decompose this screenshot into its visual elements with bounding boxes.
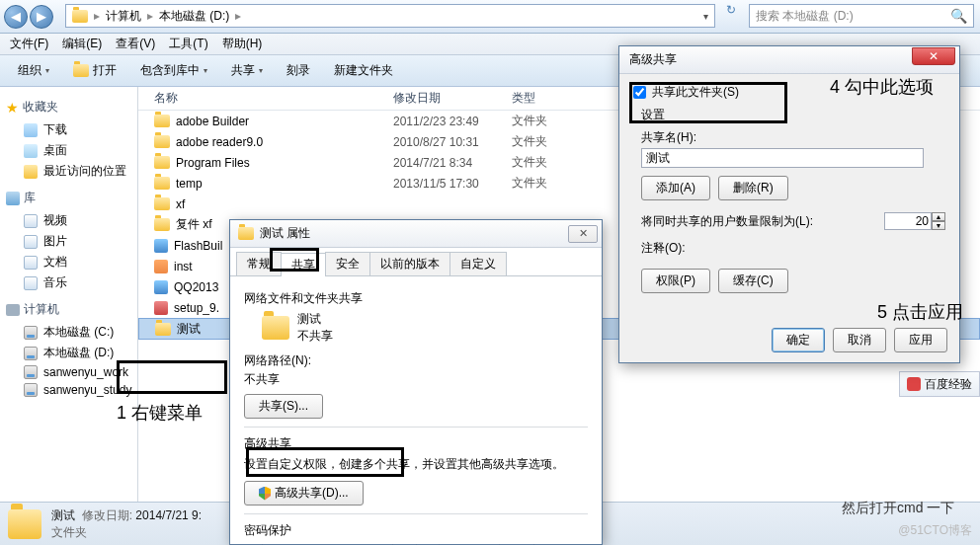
cancel-button[interactable]: 取消 (833, 328, 886, 352)
toolbar-burn[interactable]: 刻录 (277, 58, 320, 83)
app-icon (154, 260, 168, 273)
menu-file[interactable]: 文件(F) (4, 34, 54, 54)
folder-icon (72, 10, 88, 23)
forward-button[interactable]: ▶ (30, 5, 53, 29)
properties-close-button[interactable]: ✕ (568, 225, 598, 243)
baidu-jingyan-button[interactable]: 百度经验 (899, 371, 980, 397)
tab-general[interactable]: 常规 (236, 252, 282, 275)
ok-button[interactable]: 确定 (772, 328, 825, 352)
properties-title: 测试 属性 (260, 225, 310, 242)
col-date[interactable]: 修改日期 (393, 90, 512, 107)
folder-large-icon (262, 316, 289, 340)
refresh-button[interactable]: ↻ (721, 0, 741, 20)
label-share-name: 共享名(H): (641, 129, 945, 146)
properties-titlebar[interactable]: 测试 属性 ✕ (230, 220, 602, 248)
user-limit-input[interactable] (884, 212, 932, 230)
watermark: @51CTO博客 (898, 522, 972, 539)
sidebar-sanwenyu-study[interactable]: sanwenyu_study (6, 381, 137, 399)
folder-icon (154, 115, 170, 127)
search-icon[interactable]: 🔍 (950, 8, 967, 24)
address-field[interactable]: ▸ 计算机 ▸ 本地磁盘 (D:) ▸ ▾ (65, 4, 715, 28)
file-type: 文件夹 (512, 113, 591, 129)
toolbar-organize[interactable]: 组织▾ (8, 58, 59, 83)
sidebar-videos[interactable]: 视频 (6, 210, 137, 231)
value-network-path: 不共享 (244, 371, 588, 388)
folder-icon (154, 218, 170, 231)
breadcrumb-computer[interactable]: 计算机 (106, 8, 141, 25)
file-name: FlashBuil (174, 239, 222, 253)
toolbar-share[interactable]: 共享▾ (221, 58, 273, 83)
drive-icon (24, 383, 38, 397)
spin-down[interactable]: ▼ (932, 221, 945, 230)
file-date: 2010/8/27 10:31 (393, 135, 512, 149)
advanced-share-button[interactable]: 高级共享(D)... (244, 481, 364, 506)
computer-icon (6, 304, 20, 316)
app-icon (154, 280, 168, 294)
file-name: xf (176, 197, 185, 211)
file-date: 2014/7/21 8:34 (393, 156, 512, 170)
menu-tools[interactable]: 工具(T) (163, 34, 213, 54)
sidebar-drive-d[interactable]: 本地磁盘 (D:) (6, 343, 137, 363)
sidebar-computer[interactable]: 计算机 (6, 301, 137, 318)
sidebar-drive-c[interactable]: 本地磁盘 (C:) (6, 322, 137, 343)
col-type[interactable]: 类型 (512, 90, 591, 107)
toolbar-open[interactable]: 打开 (63, 58, 126, 83)
advanced-share-close-button[interactable]: ✕ (912, 47, 955, 65)
menu-view[interactable]: 查看(V) (110, 34, 161, 54)
library-icon (6, 192, 20, 205)
address-dropdown-icon[interactable]: ▾ (703, 11, 708, 22)
back-button[interactable]: ◀ (4, 5, 28, 29)
file-name: setup_9. (174, 301, 219, 315)
share-folder-checkbox[interactable] (633, 86, 646, 99)
sidebar-favorites[interactable]: ★收藏夹 (6, 99, 137, 116)
tab-security[interactable]: 安全 (325, 252, 370, 275)
sidebar-pictures[interactable]: 图片 (6, 231, 137, 252)
file-name: adobe reader9.0 (176, 135, 263, 149)
app-icon (154, 301, 168, 315)
file-type: 文件夹 (512, 133, 591, 150)
permissions-button[interactable]: 权限(P) (641, 269, 710, 293)
tab-share[interactable]: 共享 (281, 253, 326, 276)
add-button[interactable]: 添加(A) (641, 176, 710, 200)
sidebar-sanwenyu-work[interactable]: sanwenyu_work (6, 363, 137, 381)
search-field[interactable]: 搜索 本地磁盘 (D:) 🔍 (749, 4, 974, 28)
sidebar-documents[interactable]: 文档 (6, 252, 137, 272)
advanced-share-body: 共享此文件夹(S) 设置 共享名(H): 添加(A) 删除(R) 将同时共享的用… (619, 74, 959, 303)
sidebar-recent[interactable]: 最近访问的位置 (6, 161, 137, 182)
toolbar-newfolder[interactable]: 新建文件夹 (324, 58, 403, 83)
folder-icon (238, 227, 254, 240)
folder-large-icon (8, 509, 41, 539)
properties-tabs: 常规 共享 安全 以前的版本 自定义 (230, 248, 602, 276)
share-folder-name: 测试 (297, 311, 333, 328)
advanced-share-titlebar[interactable]: 高级共享 ✕ (619, 46, 959, 74)
search-placeholder: 搜索 本地磁盘 (D:) (756, 8, 854, 25)
tab-previous-versions[interactable]: 以前的版本 (369, 252, 450, 275)
menu-help[interactable]: 帮助(H) (216, 34, 269, 54)
delete-button[interactable]: 删除(R) (718, 176, 788, 200)
spin-up[interactable]: ▲ (932, 212, 945, 221)
cache-button[interactable]: 缓存(C) (718, 269, 788, 293)
share-button[interactable]: 共享(S)... (244, 394, 323, 419)
status-date-value: 2014/7/21 9: (135, 508, 202, 522)
label-user-limit: 将同时共享的用户数量限制为(L): (641, 213, 813, 230)
sidebar-downloads[interactable]: 下载 (6, 119, 137, 140)
apply-button[interactable]: 应用 (894, 328, 947, 352)
toolbar-include[interactable]: 包含到库中▾ (130, 58, 217, 83)
col-name[interactable]: 名称 (142, 90, 393, 107)
share-name-input[interactable] (641, 148, 924, 168)
file-name: Program Files (176, 156, 250, 170)
video-icon (24, 214, 38, 228)
sidebar-desktop[interactable]: 桌面 (6, 140, 137, 161)
drive-icon (24, 347, 38, 360)
folder-icon (154, 135, 170, 148)
breadcrumb-sep: ▸ (94, 9, 100, 23)
section-advanced-share: 高级共享 (244, 435, 588, 452)
sidebar-music[interactable]: 音乐 (6, 272, 137, 293)
label-network-path: 网络路径(N): (244, 352, 588, 369)
menu-edit[interactable]: 编辑(E) (56, 34, 108, 54)
share-folder-state: 不共享 (297, 328, 333, 345)
file-name: 复件 xf (176, 216, 212, 233)
sidebar-libraries[interactable]: 库 (6, 190, 137, 206)
tab-custom[interactable]: 自定义 (449, 252, 507, 275)
breadcrumb-drive-d[interactable]: 本地磁盘 (D:) (159, 8, 229, 25)
